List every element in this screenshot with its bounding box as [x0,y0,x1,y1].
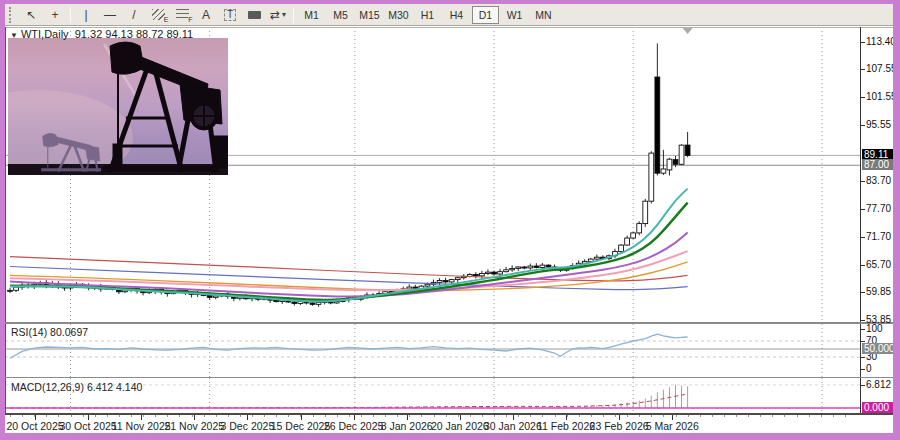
date-axis[interactable]: 20 Oct 202530 Oct 202511 Nov 202521 Nov … [5,415,893,433]
minor-tick [700,415,701,417]
date-axis-label: 26 Dec 2025 [324,420,384,432]
ohlc-values: 91.32 94.13 88.72 89.11 [75,28,193,40]
tool-text-label[interactable]: T [218,5,242,25]
minor-tick [264,415,265,417]
price-axis-label: 107.55 [866,63,897,74]
tool-shapes[interactable] [242,5,266,25]
price-axis-label: 113.40 [866,36,896,47]
minor-tick [349,415,350,417]
minor-tick [603,415,604,417]
timeframe-d1[interactable]: D1 [472,6,499,24]
timeframe-m30[interactable]: M30 [385,6,412,24]
tool-equidistant-channel[interactable]: E [146,5,170,25]
fibonacci-retracement-icon: F [176,9,189,20]
axis-tick [861,292,865,293]
tool-fibonacci-retracement[interactable]: F [170,5,194,25]
minor-tick [252,415,253,417]
window-frame-left [0,0,5,440]
price-axis-label: 71.70 [866,231,891,242]
minor-tick [276,415,277,417]
axis-tick [861,265,865,266]
minor-tick [409,415,410,417]
rsi-line [10,334,688,358]
window-frame-bottom [0,433,900,440]
timeframe-m5[interactable]: M5 [327,6,354,24]
minor-tick [494,415,495,417]
tool-trendline[interactable]: / [122,5,146,25]
minor-tick [639,415,640,417]
minor-tick [434,415,435,417]
minor-tick [579,415,580,417]
timeframe-h4[interactable]: H4 [443,6,470,24]
date-axis-label: 11 Nov 2025 [112,420,171,432]
rsi-indicator-pane[interactable] [5,324,860,377]
minor-tick [83,415,84,417]
rsi-level-badge: 50.0000 [862,343,893,354]
date-axis-label: 20 Jan 2026 [431,420,489,432]
pane-border-left [5,27,6,413]
equidistant-channel-icon: E [152,9,165,20]
date-axis-label: 23 Feb 2026 [590,420,649,432]
axis-tick [861,237,865,238]
shapes-icon [248,11,261,19]
timeframe-h1[interactable]: H1 [414,6,441,24]
minor-tick [167,415,168,417]
minor-tick [627,415,628,417]
date-axis-label: 5 Mar 2026 [646,420,699,432]
minor-tick [421,415,422,417]
date-axis-label: 20 Oct 2025 [6,420,63,432]
minor-tick [772,415,773,417]
text-label-icon: T [224,9,236,21]
minor-tick [397,415,398,417]
timeframe-m15[interactable]: M15 [356,6,383,24]
tool-crosshair[interactable]: + [43,5,67,25]
price-axis[interactable]: 113.40107.55101.5595.5583.7077.7071.7065… [861,27,893,413]
minor-tick [845,415,846,417]
order-price-badge: 87.00 [862,159,893,170]
minor-tick [179,415,180,417]
tool-vertical-line[interactable]: | [74,5,98,25]
timeframe-mn[interactable]: MN [530,6,557,24]
minor-tick [784,415,785,417]
minor-tick [724,415,725,417]
vertical-line-icon: | [84,9,87,21]
tool-arrows[interactable]: ⇄▾ [266,5,290,25]
pane-separator[interactable] [5,377,893,378]
minor-tick [337,415,338,417]
timeframe-w1[interactable]: W1 [501,6,528,24]
minor-tick [833,415,834,417]
minor-tick [95,415,96,417]
axis-tick [861,69,865,70]
axis-tick [861,329,865,330]
minor-tick [58,415,59,417]
toolbar-grip[interactable] [9,7,16,23]
tool-horizontal-line[interactable]: — [98,5,122,25]
minor-tick [821,415,822,417]
date-axis-label: 8 Jan 2026 [381,420,433,432]
minor-tick [663,415,664,417]
minor-tick [760,415,761,417]
minor-tick [748,415,749,417]
minor-tick [506,415,507,417]
minor-tick [119,415,120,417]
timeframe-m1[interactable]: M1 [298,6,325,24]
toolbar: ↖+|—/EFAT⇄▾ M1M5M15M30H1H4D1W1MN [5,4,893,26]
date-axis-label: 30 Jan 2026 [484,420,542,432]
axis-tick [861,97,865,98]
chart-widget: ▼WTI,Daily 91.32 94.13 88.72 89.11 [5,27,893,433]
cursor-icon: ↖ [26,9,36,21]
pane-separator[interactable] [5,322,893,324]
minor-tick [470,415,471,417]
toolbar-separator [293,7,294,23]
minor-tick [458,415,459,417]
minor-tick [676,415,677,417]
symbol-dropdown-icon[interactable]: ▼ [10,31,18,40]
tool-cursor[interactable]: ↖ [19,5,43,25]
minor-tick [240,415,241,417]
window-frame-top [0,0,900,4]
tool-text[interactable]: A [194,5,218,25]
macd-label: MACD(12,26,9) 6.412 4.140 [11,381,142,393]
chart-shift-marker[interactable] [683,28,693,34]
arrows-icon: ⇄ [270,9,280,21]
minor-tick [71,415,72,417]
